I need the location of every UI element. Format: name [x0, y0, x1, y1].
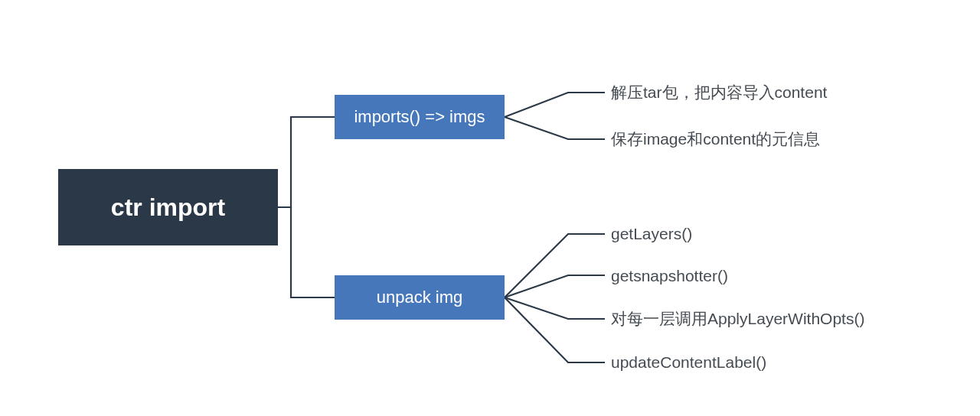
leaf-imports-0: 解压tar包，把内容导入content	[611, 83, 827, 102]
leaf-unpack-2: 对每一层调用ApplyLayerWithOpts()	[611, 310, 864, 328]
node-imports: imports() => imgs	[335, 95, 505, 139]
root-label: ctr import	[111, 193, 225, 222]
leaf-unpack-1: getsnapshotter()	[611, 267, 728, 285]
node-unpack: unpack img	[335, 275, 505, 320]
root-node: ctr import	[58, 169, 278, 245]
leaf-unpack-3: updateContentLabel()	[611, 353, 766, 372]
leaf-unpack-0: getLayers()	[611, 225, 692, 243]
leaf-imports-1: 保存image和content的元信息	[611, 130, 820, 148]
node-unpack-label: unpack img	[377, 288, 463, 307]
node-imports-label: imports() => imgs	[354, 107, 485, 127]
